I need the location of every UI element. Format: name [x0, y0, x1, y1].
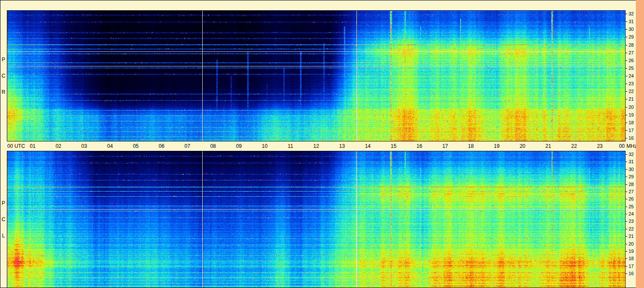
freq-tick [626, 258, 627, 259]
freq-tick-label: 29 [629, 35, 634, 39]
freq-tick [626, 236, 627, 237]
rcp-spectrogram-panel [7, 10, 626, 141]
time-tick-label: 14 [365, 143, 371, 149]
freq-tick [626, 214, 627, 214]
freq-tick [626, 14, 627, 14]
freq-tick-label: 24 [629, 74, 634, 78]
time-axis-end-label: 00 [619, 143, 625, 149]
polarization-letter: R [2, 89, 6, 95]
freq-tick [626, 107, 627, 108]
time-tick-label: 16 [416, 143, 422, 149]
freq-tick-label: 20 [629, 105, 634, 109]
freq-tick [626, 130, 627, 131]
time-tick-label: 22 [571, 143, 577, 149]
time-tick-label: 02 [56, 143, 61, 149]
rcp-frequency-axis: 3231302928272625242322212019181716 [626, 10, 636, 141]
freq-tick [626, 123, 627, 123]
time-tick-label: 17 [442, 143, 448, 149]
freq-tick-label: 21 [629, 234, 634, 239]
freq-tick-label: 17 [629, 264, 634, 268]
freq-tick [626, 162, 627, 162]
freq-tick [626, 68, 627, 69]
time-tick-label: 18 [468, 143, 473, 149]
freq-tick [626, 199, 627, 199]
polarization-letter: C [2, 73, 6, 79]
freq-tick [626, 207, 627, 207]
freq-tick [626, 244, 627, 244]
freq-tick [626, 99, 627, 99]
time-tick-label: 21 [545, 143, 551, 149]
title-bar: AJ4CO Observatory 26 Sep 2024 - DPS on T… [0, 0, 638, 10]
lcp-polarization-label: PCL [0, 151, 7, 288]
right-color-strip [636, 0, 644, 288]
frequency-unit-label: MHz [626, 143, 637, 149]
freq-tick [626, 91, 627, 92]
time-tick-label: 09 [236, 143, 242, 149]
freq-tick-label: 26 [629, 197, 634, 201]
freq-tick-label: 32 [629, 12, 634, 16]
freq-tick [626, 221, 627, 222]
freq-tick [626, 184, 627, 185]
freq-tick-label: 27 [629, 50, 634, 55]
time-tick-label: 13 [339, 143, 344, 149]
freq-tick [626, 192, 627, 192]
polarization-letter: L [2, 233, 5, 239]
freq-tick-label: 25 [629, 204, 634, 209]
time-tick-label: 07 [184, 143, 190, 149]
freq-tick [626, 21, 627, 22]
time-tick-label: 06 [159, 143, 164, 149]
freq-tick-label: 26 [629, 58, 634, 63]
polarization-letter: P [2, 57, 5, 63]
freq-tick [626, 53, 627, 53]
freq-tick-label: 19 [629, 249, 634, 253]
freq-tick-label: 18 [629, 120, 634, 125]
freq-tick-label: 21 [629, 97, 634, 102]
freq-tick-label: 16 [629, 136, 634, 141]
time-tick-label: 12 [313, 143, 319, 149]
freq-tick [626, 37, 627, 37]
freq-tick [626, 229, 627, 229]
freq-tick-label: 16 [629, 271, 634, 276]
time-tick-label: 08 [210, 143, 216, 149]
freq-tick-label: 22 [629, 226, 634, 231]
freq-tick [626, 177, 627, 177]
freq-tick-label: 25 [629, 66, 634, 70]
time-axis: 00 UTC 00 MHz 01020304050607080910111213… [0, 141, 636, 151]
freq-tick-label: 28 [629, 42, 634, 47]
freq-tick-label: 19 [629, 112, 634, 117]
freq-tick-label: 24 [629, 212, 634, 216]
time-tick-label: 11 [288, 143, 293, 149]
freq-tick [626, 154, 627, 155]
freq-tick-label: 28 [629, 182, 634, 186]
freq-tick-label: 30 [629, 27, 634, 32]
time-tick-label: 05 [133, 143, 138, 149]
freq-tick [626, 84, 627, 84]
freq-tick-label: 23 [629, 81, 634, 86]
freq-tick-label: 30 [629, 167, 634, 171]
spectrogram-page: AJ4CO Observatory 26 Sep 2024 - DPS on T… [0, 0, 644, 288]
freq-tick-label: 20 [629, 241, 634, 246]
lcp-frequency-axis: 3231302928272625242322212019181716 [626, 151, 636, 288]
freq-tick-label: 31 [629, 19, 634, 24]
polarization-letter: C [2, 216, 6, 222]
freq-tick [626, 138, 627, 138]
time-tick-label: 01 [30, 143, 35, 149]
freq-tick [626, 29, 627, 30]
freq-tick-label: 18 [629, 256, 634, 261]
freq-tick [626, 251, 627, 252]
freq-tick [626, 169, 627, 170]
time-axis-start-label: 00 UTC [7, 143, 25, 149]
freq-tick [626, 266, 627, 267]
freq-tick [626, 76, 627, 76]
freq-tick-label: 27 [629, 189, 634, 194]
freq-tick [626, 115, 627, 115]
polarization-letter: P [2, 200, 5, 206]
time-tick-label: 23 [597, 143, 602, 149]
freq-tick-label: 31 [629, 159, 634, 164]
freq-tick [626, 45, 627, 45]
freq-tick-label: 29 [629, 174, 634, 179]
time-tick-label: 10 [262, 143, 267, 149]
time-tick-label: 15 [391, 143, 396, 149]
time-tick-label: 04 [107, 143, 113, 149]
lcp-spectrogram-panel [7, 151, 626, 288]
